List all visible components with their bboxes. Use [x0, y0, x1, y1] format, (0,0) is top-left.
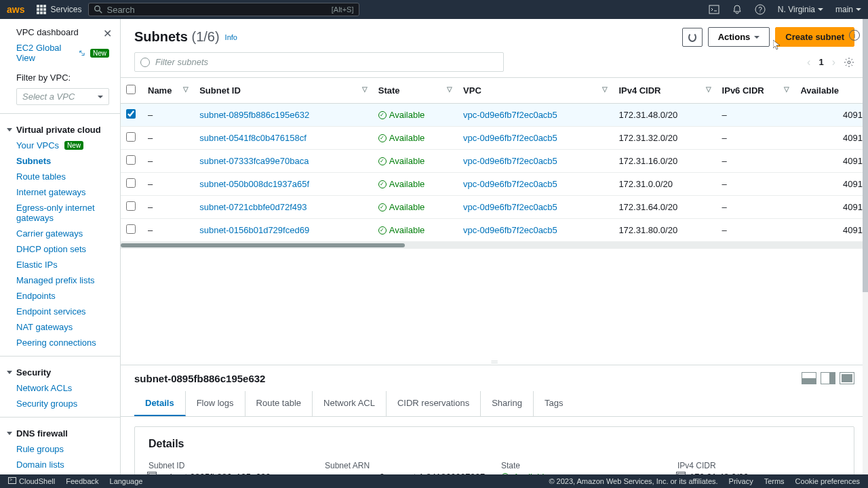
sidebar-item-peering[interactable]: Peering connections [0, 335, 120, 350]
gear-icon[interactable] [844, 57, 854, 68]
row-checkbox[interactable] [126, 155, 136, 165]
sidebar-item-nacls[interactable]: Network ACLs [0, 380, 120, 396]
actions-button[interactable]: Actions [708, 27, 770, 47]
cloudshell-icon[interactable] [709, 4, 719, 15]
subnet-id-link[interactable]: subnet-0541f8c0b476158cf [199, 133, 307, 143]
row-checkbox[interactable] [126, 109, 136, 119]
tab-tags[interactable]: Tags [534, 391, 574, 416]
account-selector[interactable]: main [835, 5, 861, 14]
tab-route-table[interactable]: Route table [245, 391, 313, 416]
state-badge: ✓Available [378, 225, 452, 235]
sidebar-item-endpoints[interactable]: Endpoints [0, 288, 120, 304]
sidebar-item-carrier[interactable]: Carrier gateways [0, 226, 120, 241]
vpc-link[interactable]: vpc-0d9e6fb7f2ec0acb5 [463, 179, 557, 189]
col-available[interactable]: Available [795, 78, 868, 104]
col-name[interactable]: Name▽ [142, 78, 194, 104]
side-navigation: ✕ VPC dashboard EC2 Global ViewNew Filte… [0, 19, 121, 474]
table-row[interactable]: – subnet-07333fca99e70baca ✓Available vp… [121, 150, 868, 173]
vpc-select[interactable]: Select a VPC [16, 88, 109, 105]
page-number: 1 [818, 57, 823, 67]
close-icon[interactable]: ✕ [103, 27, 112, 40]
row-checkbox[interactable] [126, 201, 136, 211]
section-dns[interactable]: DNS firewall [0, 423, 120, 441]
vpc-link[interactable]: vpc-0d9e6fb7f2ec0acb5 [463, 133, 557, 143]
sidebar-item-endpoint-svc[interactable]: Endpoint services [0, 304, 120, 319]
tab-cidr-reservations[interactable]: CIDR reservations [387, 391, 481, 416]
table-row[interactable]: – subnet-0721cbbfe0d72f493 ✓Available vp… [121, 196, 868, 219]
subnet-id-link[interactable]: subnet-050b008dc1937a65f [199, 179, 309, 189]
vertical-scrollbar[interactable] [863, 19, 868, 474]
sidebar-item-subnets[interactable]: Subnets [0, 153, 120, 169]
subnet-id-link[interactable]: subnet-0156b01d729fced69 [199, 225, 309, 235]
subnet-id-link[interactable]: subnet-07333fca99e70baca [199, 156, 309, 166]
select-all-checkbox[interactable] [126, 85, 136, 94]
horizontal-scrollbar[interactable] [121, 242, 868, 249]
col-vpc[interactable]: VPC▽ [458, 78, 613, 104]
sidebar-item-domain-lists[interactable]: Domain lists [0, 457, 120, 472]
next-page-button[interactable]: › [832, 56, 835, 68]
filter-input[interactable]: Filter subnets [134, 52, 504, 72]
sidebar-item-ec2-global[interactable]: EC2 Global ViewNew [0, 40, 120, 66]
sidebar-item-egress[interactable]: Egress-only internet gateways [0, 200, 120, 226]
vpc-link[interactable]: vpc-0d9e6fb7f2ec0acb5 [463, 202, 557, 212]
pane-half-button[interactable] [802, 372, 816, 384]
info-link[interactable]: Info [225, 33, 237, 41]
sidebar-item-nat[interactable]: NAT gateways [0, 319, 120, 335]
services-button[interactable]: Services [37, 5, 81, 14]
row-checkbox[interactable] [126, 224, 136, 234]
row-checkbox[interactable] [126, 132, 136, 142]
table-row[interactable]: – subnet-0895fb886c195e632 ✓Available vp… [121, 104, 868, 127]
panel-splitter[interactable]: ═ [121, 358, 868, 365]
sidebar-item-dhcp[interactable]: DHCP option sets [0, 241, 120, 257]
refresh-button[interactable] [682, 28, 703, 47]
new-badge: New [64, 141, 83, 150]
table-row[interactable]: – subnet-0156b01d729fced69 ✓Available vp… [121, 219, 868, 242]
prev-page-button[interactable]: ‹ [807, 56, 810, 68]
row-checkbox[interactable] [126, 178, 136, 188]
sidebar-item-igw[interactable]: Internet gateways [0, 184, 120, 200]
info-panel-toggle[interactable]: i [849, 30, 860, 41]
vpc-link[interactable]: vpc-0d9e6fb7f2ec0acb5 [463, 156, 557, 166]
cell-ipv4: 172.31.80.0/20 [613, 219, 716, 242]
subnet-id-link[interactable]: subnet-0721cbbfe0d72f493 [199, 202, 307, 212]
caret-down-icon [818, 8, 823, 11]
check-icon: ✓ [378, 134, 387, 142]
sidebar-item-eip[interactable]: Elastic IPs [0, 257, 120, 272]
help-icon[interactable]: ? [755, 4, 766, 15]
cell-ipv6: – [717, 173, 795, 196]
subnet-id-link[interactable]: subnet-0895fb886c195e632 [199, 110, 309, 120]
aws-logo[interactable]: aws [7, 4, 24, 15]
sidebar-item-route-tables[interactable]: Route tables [0, 169, 120, 184]
cell-ipv6: – [717, 127, 795, 150]
section-vpc[interactable]: Virtual private cloud [0, 119, 120, 138]
vpc-link[interactable]: vpc-0d9e6fb7f2ec0acb5 [463, 225, 557, 235]
sidebar-item-prefix[interactable]: Managed prefix lists [0, 272, 120, 288]
svg-rect-2 [709, 5, 719, 14]
global-search[interactable]: Search [Alt+S] [88, 3, 359, 16]
table-row[interactable]: – subnet-0541f8c0b476158cf ✓Available vp… [121, 127, 868, 150]
col-ipv6[interactable]: IPv6 CIDR▽ [717, 78, 795, 104]
col-ipv4[interactable]: IPv4 CIDR▽ [613, 78, 716, 104]
notifications-icon[interactable] [732, 4, 743, 15]
region-selector[interactable]: N. Virginia [778, 5, 823, 14]
filter-vpc-label: Filter by VPC: [0, 66, 120, 85]
tab-flow-logs[interactable]: Flow logs [186, 391, 245, 416]
vpc-link[interactable]: vpc-0d9e6fb7f2ec0acb5 [463, 110, 557, 120]
sidebar-item-sg[interactable]: Security groups [0, 396, 120, 411]
col-state[interactable]: State▽ [373, 78, 458, 104]
tab-network-acl[interactable]: Network ACL [313, 391, 387, 416]
pane-full-button[interactable] [840, 372, 854, 384]
sidebar-item-rule-groups[interactable]: Rule groups [0, 441, 120, 457]
sidebar-item-dashboard[interactable]: VPC dashboard [0, 27, 120, 40]
tab-sharing[interactable]: Sharing [481, 391, 534, 416]
sidebar-item-your-vpcs[interactable]: Your VPCsNew [0, 138, 120, 153]
check-icon: ✓ [378, 203, 387, 211]
table-row[interactable]: – subnet-050b008dc1937a65f ✓Available vp… [121, 173, 868, 196]
pane-side-button[interactable] [821, 372, 835, 384]
caret-down-icon [98, 96, 103, 98]
cell-ipv6: – [717, 196, 795, 219]
tab-details[interactable]: Details [134, 391, 186, 416]
section-security[interactable]: Security [0, 362, 120, 380]
col-subnet-id[interactable]: Subnet ID▽ [194, 78, 373, 104]
create-subnet-button[interactable]: Create subnet [775, 27, 854, 47]
